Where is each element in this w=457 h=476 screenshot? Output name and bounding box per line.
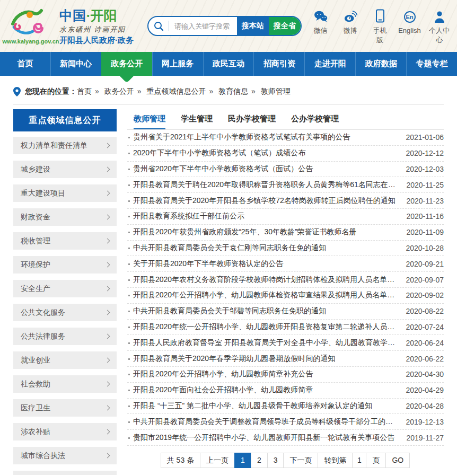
article-row: 开阳县2020年公开招聘小学、幼儿园教师简章补充公告 2020-04-30 [127,367,444,383]
sidebar-item[interactable]: 税收管理 [13,232,117,250]
article-title-link[interactable]: 开阳县教育局关于2020年开阳县各乡镇学校72名特岗教师转正后岗位聘任的通知 [127,196,399,206]
sidebar-item[interactable]: 重大建设项目 [13,184,117,202]
nav-item[interactable]: 首页 [0,52,50,76]
chevron-right-icon [105,215,110,220]
article-title-link[interactable]: 开阳县2020年农村义务教育阶段学校教师特岗计划招聘体检及拟聘用人员名单公告 [127,275,398,285]
goto-page-input[interactable] [352,453,366,468]
article-title-link[interactable]: 开阳县教育局关于2020年春季学期幼儿园暑期放假时间的通知 [127,354,398,364]
breadcrumb-link[interactable]: 首页 [77,87,92,95]
search-site-button[interactable]: 搜本站 [237,17,269,35]
mobile-version-link[interactable]: 手机版 [367,9,392,45]
sidebar-item[interactable]: 安全生产 [13,280,117,297]
article-title-link[interactable]: 中共开阳县教育局委员会关于调整教育局领导班子成员等科级领导干部分工的通知 [127,417,398,427]
next-page-button[interactable]: 下一页 [283,453,318,468]
search-input[interactable] [169,22,237,30]
search-province-button[interactable]: 搜全省 [269,17,301,35]
site-slogan: 水东硒州 诗画开阳 [59,25,140,34]
article-title-link[interactable]: 关于开阳县2020年下半年教师资格认定的公告 [127,259,398,269]
user-center-link[interactable]: 个人中心 [427,9,452,45]
article-title-link[interactable]: 贵阳市2019年统一公开招聘中小学、幼儿园教师开阳县新一轮试教有关事项公告 [127,433,399,443]
article-list: 贵州省关于2021年上半年中小学教师资格考试笔试有关事项的公告 2021-01-… [127,130,444,446]
nav-item[interactable]: 政务公开 [101,52,152,76]
tab[interactable]: 公办学校管理 [291,109,339,129]
chevron-right-icon [105,406,110,411]
tab[interactable]: 学生管理 [181,109,213,129]
article-date: 2021-01-06 [406,133,444,142]
sidebar-item[interactable]: 环境保护 [13,256,117,274]
breadcrumb-link[interactable]: 教师管理 [261,87,291,95]
page-number-button[interactable]: 1 [234,453,251,468]
article-row: 2020年下半年中小学教师资格考试（笔试）成绩公布 2020-12-12 [127,146,444,162]
article-date: 2020-09-21 [406,260,444,268]
article-title-link[interactable]: 开阳县教育系统拟任干部任前公示 [127,211,399,221]
article-title-link[interactable]: 贵州省关于2021年上半年中小学教师资格考试笔试有关事项的公告 [127,133,398,142]
wechat-link[interactable]: 微信 [308,9,333,36]
article-title-link[interactable]: 中共开阳县教育局委员会关于邹碧等同志职务任免职的通知 [127,306,398,316]
nav-item[interactable]: 招商引资 [253,52,304,76]
prev-page-button[interactable]: 上一页 [200,453,235,468]
article-date: 2020-12-12 [406,149,444,157]
search-bar: 搜本站 搜全省 [147,16,302,36]
sidebar-list: 权力清单和责任清单 城乡建设 重大建设项目 财政资金 [13,137,117,464]
nav-item[interactable]: 走进开阳 [304,52,355,76]
article-date: 2020-07-24 [406,323,444,331]
article-date: 2020-04-29 [406,386,444,394]
weibo-link[interactable]: 微博 [338,9,363,36]
article-title-link[interactable]: 开阳县2020年公开招聘小学、幼儿园教师体检资格审查结果及拟聘用人员名单公告 [127,290,398,300]
sidebar-item[interactable]: 城市综合执法 [13,447,117,464]
chevron-right-icon [105,191,110,196]
sidebar-item[interactable]: 涉农补贴 [13,423,117,440]
chevron-right-icon [105,310,110,315]
page-number-button[interactable]: 3 [267,453,284,468]
sidebar-item[interactable]: 财政资金 [13,208,117,226]
article-title-link[interactable]: 贵州省2020年下半年中小学教师资格考试（面试）公告 [127,164,398,174]
article-title-link[interactable]: 开阳县2020年统一公开招聘小学、幼儿园教师开阳县资格复审第二轮递补人员名单公告 [127,322,398,332]
article-title-link[interactable]: 开阳县人民政府教育督导室 开阳县教育局关于对全县中小学、幼儿园教育教学工作进行.… [127,338,398,348]
article-row: 开阳县人民政府教育督导室 开阳县教育局关于对全县中小学、幼儿园教育教学工作进行.… [127,335,444,351]
nav-item[interactable]: 政府数据 [355,52,406,76]
go-button[interactable]: GO [385,453,410,468]
phone-icon [375,9,385,23]
mobile-version-label: 手机版 [372,26,388,45]
sidebar-item[interactable]: 权力清单和责任清单 [13,137,117,154]
site-title: 中国·开阳 [59,7,140,24]
article-title-link[interactable]: 开阳县 “十三五” 第二批中小学、幼儿园县级骨干教师培养对象认定的通知 [127,401,398,411]
nav-item[interactable]: 专题专栏 [406,52,457,76]
article-date: 2020-06-24 [406,339,444,347]
article-title-link[interactable]: 开阳县2020年获贵州省政府颁发“25年、30年教龄”荣誉证书教师名册 [127,227,399,237]
article-row: 开阳县教育局关于2020年春季学期幼儿园暑期放假时间的通知 2020-06-22 [127,351,444,367]
article-title-link[interactable]: 开阳县2020年面向社会公开招聘小学、幼儿园教师简章 [127,385,398,395]
weibo-label: 微博 [344,26,357,36]
breadcrumb-link[interactable]: 教育信息 [218,87,248,95]
article-title-link[interactable]: 中共开阳县教育局委员会关于袁仁刚等同志职务任免的通知 [127,243,398,253]
site-title-cn: 中国 [59,8,86,23]
breadcrumb-link[interactable]: 政务公开 [104,87,134,95]
page-number-button[interactable]: 2 [251,453,268,468]
site-logo[interactable]: www.kaiyang.gov.cn [6,8,55,45]
sidebar-item[interactable]: 医疗卫生 [13,399,117,417]
sidebar-item[interactable]: 公共文化服务 [13,304,117,321]
english-icon: En [404,9,416,23]
sidebar-item[interactable]: 城乡建设 [13,161,117,178]
article-date: 2020-09-07 [406,276,444,284]
nav-item[interactable]: 政民互动 [203,52,254,76]
article-title-link[interactable]: 开阳县教育局关于聘任2020年取得职称晋升资格职务人员黄秀梅等61名同志在专业技… [127,180,399,190]
article-title-link[interactable]: 2020年下半年中小学教师资格考试（笔试）成绩公布 [127,148,398,158]
main-nav: 首页 新闻中心 政务公开 网上服务 政民互动 招商引资 走进开阳 政府数据 专题… [0,52,457,76]
breadcrumb-link[interactable]: 重点领域信息公开 [146,87,206,95]
article-date: 2020-08-22 [406,307,444,315]
tab[interactable]: 教师管理 [134,109,165,129]
nav-item[interactable]: 网上服务 [152,52,203,76]
sidebar-item[interactable]: 就业创业 [13,351,117,369]
sidebar-item[interactable]: 社会救助 [13,375,117,393]
breadcrumb: 您现在的位置： 首页» 政务公开» 重点领域信息公开» 教育信息» 教师管理» [13,87,444,105]
article-date: 2019-12-13 [406,418,444,426]
sidebar-item[interactable]: 公共法律服务 [13,328,117,345]
english-link[interactable]: En English [397,9,422,36]
nav-item[interactable]: 新闻中心 [50,52,101,76]
article-title-link[interactable]: 开阳县2020年公开招聘小学、幼儿园教师简章补充公告 [127,369,398,379]
site-header: www.kaiyang.gov.cn 中国·开阳 水东硒州 诗画开阳 开阳县人民… [0,0,457,52]
tab[interactable]: 民办学校管理 [228,109,276,129]
kaiyang-logo-icon [10,8,52,38]
user-icon [434,9,445,23]
